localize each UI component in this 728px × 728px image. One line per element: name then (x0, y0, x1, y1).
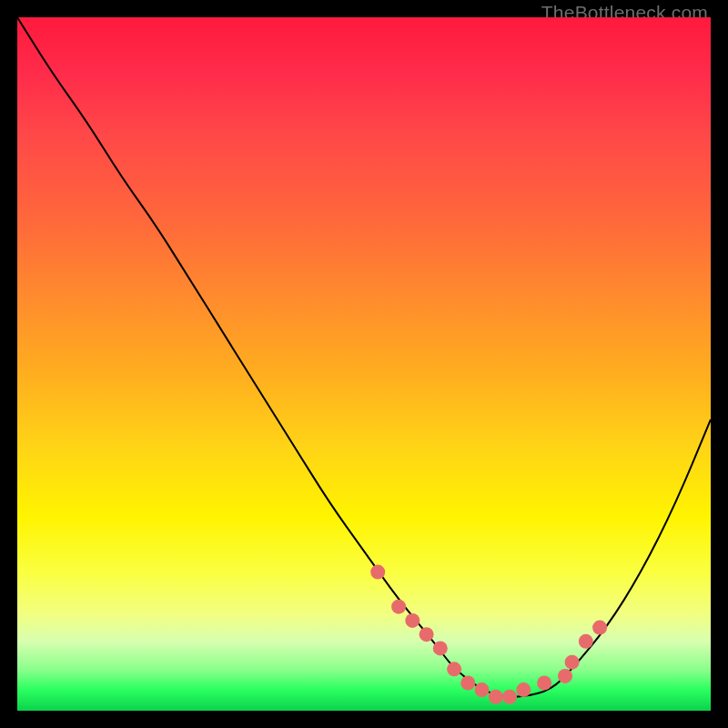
marker-dot (405, 613, 420, 628)
chart-container: TheBottleneck.com (0, 0, 728, 728)
marker-dot (370, 565, 385, 580)
marker-dot (447, 662, 461, 676)
marker-dot (475, 682, 490, 697)
curve-layer (17, 17, 711, 711)
marker-dot (460, 676, 475, 691)
marker-dot (558, 669, 572, 683)
marker-dot (489, 690, 503, 704)
marker-dot (579, 634, 593, 649)
marker-dot (433, 641, 448, 655)
marker-dot (537, 676, 551, 691)
marker-dot (565, 655, 580, 670)
marker-dot-group (370, 565, 607, 704)
plot-area (17, 17, 711, 711)
marker-dot (420, 627, 434, 642)
bottleneck-curve (17, 17, 711, 697)
marker-dot (592, 621, 607, 635)
marker-dot (502, 690, 517, 704)
marker-dot (516, 682, 531, 697)
marker-dot (391, 600, 406, 614)
